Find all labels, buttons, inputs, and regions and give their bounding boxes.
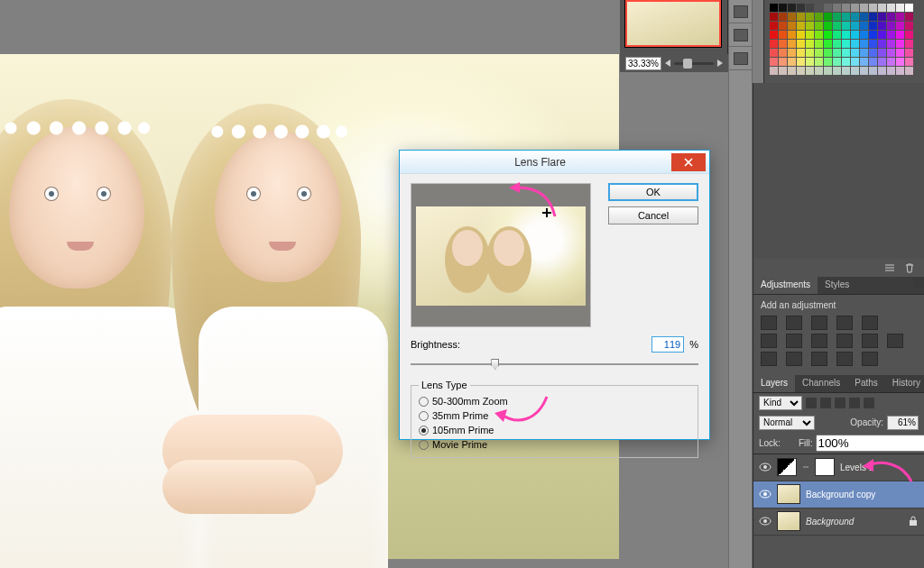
swatch[interactable]: [806, 22, 814, 30]
swatch[interactable]: [824, 31, 832, 39]
swatch[interactable]: [896, 13, 904, 21]
selective-color-icon[interactable]: [836, 352, 853, 366]
swatch[interactable]: [869, 49, 877, 57]
color-balance-icon[interactable]: [786, 334, 802, 348]
swatch[interactable]: [797, 67, 805, 75]
swatch[interactable]: [779, 40, 787, 48]
swatch[interactable]: [797, 40, 805, 48]
swatch[interactable]: [851, 4, 859, 12]
swatch[interactable]: [860, 13, 868, 21]
swatch[interactable]: [797, 22, 805, 30]
swatch[interactable]: [842, 31, 850, 39]
swatch[interactable]: [842, 13, 850, 21]
swatch[interactable]: [878, 22, 886, 30]
swatch[interactable]: [806, 4, 814, 12]
swatch[interactable]: [815, 31, 823, 39]
swatch[interactable]: [815, 13, 823, 21]
radio-icon[interactable]: [419, 397, 429, 407]
posterize-icon[interactable]: [786, 352, 802, 366]
swatch[interactable]: [851, 49, 859, 57]
flare-center-crosshair[interactable]: [542, 208, 551, 217]
swatch[interactable]: [806, 67, 814, 75]
photo-filter-icon[interactable]: [836, 334, 853, 348]
curves-icon[interactable]: [811, 316, 827, 330]
swatch[interactable]: [842, 67, 850, 75]
swatch[interactable]: [851, 13, 859, 21]
swatch[interactable]: [896, 22, 904, 30]
swatch[interactable]: [896, 4, 904, 12]
radio-icon[interactable]: [419, 440, 429, 450]
navigator-thumbnail[interactable]: [625, 0, 721, 47]
exposure-icon[interactable]: [836, 316, 853, 330]
swatch[interactable]: [887, 49, 895, 57]
swatch[interactable]: [887, 4, 895, 12]
swatch[interactable]: [770, 22, 778, 30]
swatch[interactable]: [824, 58, 832, 66]
swatch[interactable]: [779, 49, 787, 57]
swatch[interactable]: [905, 22, 913, 30]
swatch[interactable]: [878, 49, 886, 57]
navigator-zoom-slider[interactable]: [674, 62, 714, 65]
swatch[interactable]: [788, 31, 796, 39]
swatch[interactable]: [806, 31, 814, 39]
swatch[interactable]: [824, 13, 832, 21]
color-lookup-icon[interactable]: [887, 334, 903, 348]
tab-history[interactable]: History: [885, 375, 924, 392]
close-button[interactable]: [671, 153, 706, 171]
swatch[interactable]: [833, 58, 841, 66]
lens-option[interactable]: Movie Prime: [419, 437, 690, 452]
swatch[interactable]: [833, 40, 841, 48]
filter-smart-icon[interactable]: [864, 398, 874, 408]
filter-shape-icon[interactable]: [849, 398, 860, 408]
swatch[interactable]: [815, 67, 823, 75]
swatch[interactable]: [779, 31, 787, 39]
swatch[interactable]: [824, 67, 832, 75]
swatch[interactable]: [905, 4, 913, 12]
swatch[interactable]: [806, 13, 814, 21]
swatch[interactable]: [797, 31, 805, 39]
layer-name[interactable]: Levels 1: [840, 463, 873, 472]
vibrance-icon[interactable]: [862, 316, 878, 330]
swatch[interactable]: [878, 13, 886, 21]
swatch[interactable]: [842, 49, 850, 57]
panel-icon[interactable]: [734, 5, 748, 18]
swatch[interactable]: [770, 49, 778, 57]
hue-sat-icon[interactable]: [761, 334, 777, 348]
cancel-button[interactable]: Cancel: [608, 206, 698, 224]
lens-option[interactable]: 50-300mm Zoom: [419, 394, 690, 408]
swatch[interactable]: [770, 4, 778, 12]
swatch[interactable]: [806, 40, 814, 48]
navigator-zoom-input[interactable]: [625, 57, 661, 70]
bw-icon[interactable]: [811, 334, 827, 348]
tab-channels[interactable]: Channels: [795, 375, 847, 392]
swatch[interactable]: [905, 49, 913, 57]
swatch[interactable]: [896, 31, 904, 39]
swatch[interactable]: [887, 58, 895, 66]
swatch[interactable]: [869, 58, 877, 66]
channel-mixer-icon[interactable]: [862, 334, 878, 348]
swatch[interactable]: [842, 40, 850, 48]
swatch[interactable]: [887, 31, 895, 39]
swatch[interactable]: [788, 4, 796, 12]
collapse-icon[interactable]: [884, 262, 895, 273]
visibility-icon[interactable]: [759, 461, 772, 473]
swatch[interactable]: [896, 49, 904, 57]
swatch[interactable]: [779, 67, 787, 75]
brightness-slider[interactable]: [411, 358, 698, 371]
swatch[interactable]: [896, 67, 904, 75]
swatch[interactable]: [869, 13, 877, 21]
swatch[interactable]: [788, 49, 796, 57]
swatch[interactable]: [878, 40, 886, 48]
layer-row[interactable]: Levels 1: [753, 454, 924, 481]
swatch[interactable]: [824, 40, 832, 48]
swatch[interactable]: [860, 58, 868, 66]
swatch[interactable]: [869, 67, 877, 75]
layer-mask-thumb[interactable]: [815, 458, 835, 476]
swatch[interactable]: [842, 22, 850, 30]
dialog-titlebar[interactable]: Lens Flare: [400, 151, 709, 174]
swatch[interactable]: [770, 31, 778, 39]
swatch[interactable]: [860, 67, 868, 75]
swatch[interactable]: [815, 4, 823, 12]
invert-icon[interactable]: [761, 352, 777, 366]
swatch[interactable]: [833, 13, 841, 21]
